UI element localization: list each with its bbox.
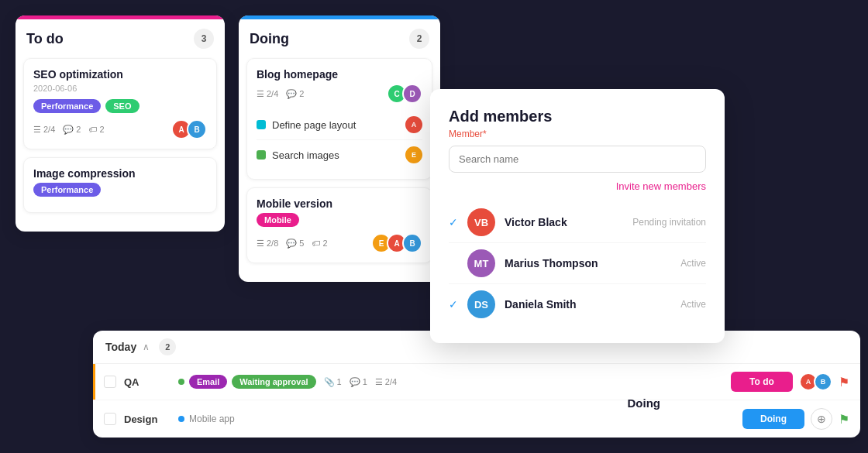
- doing-board-content: Blog homepage ☰ 2/4 💬 2 C D: [239, 55, 440, 282]
- tasks-stat-row: ☰ 2/4: [375, 377, 397, 387]
- member-1-name: Victor Black: [505, 216, 632, 228]
- tag-waiting[interactable]: Waiting approval: [232, 375, 315, 389]
- todo-board-content: SEO optimization 2020-06-06 Performance …: [16, 55, 225, 232]
- search-name-input[interactable]: [449, 146, 706, 173]
- member-1-status: Pending invitation: [632, 217, 706, 228]
- member-3-avatar: DS: [467, 290, 495, 318]
- row-avatar-1b: B: [814, 372, 832, 391]
- todo-card-1-date: 2020-06-06: [33, 84, 207, 93]
- row-dot-2: [178, 416, 184, 422]
- subtask-color-1: [257, 120, 266, 129]
- comments-value-3: 5: [299, 239, 304, 248]
- tasks-icon-3: ☰: [257, 239, 264, 249]
- tasks-icon-row: ☰: [375, 377, 383, 387]
- row-name-2: Design: [124, 414, 170, 425]
- add-member-button[interactable]: ⊕: [811, 408, 832, 430]
- tag-performance-2[interactable]: Performance: [33, 183, 101, 197]
- subtask-1-title: Define page layout: [272, 119, 356, 131]
- subtask-2-title: Search images: [272, 149, 339, 161]
- tag-seo-1[interactable]: SEO: [105, 99, 139, 113]
- tags-icon-3: 🏷: [312, 239, 320, 248]
- tag-email[interactable]: Email: [189, 375, 227, 389]
- today-label: Today: [105, 341, 136, 353]
- check-icon-3: ✓: [449, 298, 461, 311]
- tasks-value-row: 2/4: [385, 377, 397, 386]
- row-name-1: QA: [124, 376, 170, 388]
- comments-stat: 💬 2: [63, 125, 81, 135]
- doing-card-2[interactable]: Mobile version Mobile ☰ 2/8 💬 5 🏷: [246, 187, 432, 263]
- status-btn-1[interactable]: To do: [731, 372, 793, 392]
- todo-card-2-tags: Performance: [33, 183, 207, 197]
- tags-stat-3: 🏷 2: [312, 239, 327, 248]
- flag-icon-1[interactable]: ⚑: [839, 375, 849, 390]
- avatar-4: D: [402, 84, 422, 104]
- comments-value-2: 2: [299, 89, 304, 98]
- doing-card-2-avatars: E A B: [371, 233, 422, 253]
- tasks-value-3: 2/8: [267, 239, 278, 248]
- attachment-value: 1: [337, 377, 342, 386]
- todo-board-title: To do: [26, 31, 64, 47]
- member-2-name: Marius Thompson: [505, 257, 680, 269]
- comments-icon: 💬: [63, 125, 74, 135]
- member-item-1[interactable]: ✓ VB Victor Black Pending invitation: [449, 202, 706, 243]
- attachment-stat: 📎 1: [324, 377, 342, 387]
- row-checkbox-2[interactable]: [104, 413, 116, 425]
- check-icon-1: ✓: [449, 216, 461, 228]
- subtask-1[interactable]: Define page layout A: [257, 110, 422, 140]
- avatar-7: B: [402, 233, 422, 253]
- doing-bottom-label: Doing: [628, 396, 661, 410]
- tasks-icon-2: ☰: [257, 89, 264, 99]
- comment-stat-row: 💬 1: [350, 377, 367, 387]
- row-avatars-1: A B: [799, 372, 832, 391]
- todo-card-1-title: SEO optimization: [33, 68, 207, 81]
- subtask-2-avatar: E: [405, 146, 422, 163]
- tags-stat: 🏷 2: [88, 125, 104, 134]
- tasks-value-2: 2/4: [267, 89, 278, 98]
- doing-card-2-title: Mobile version: [257, 197, 422, 210]
- todo-card-1-tags: Performance SEO: [33, 99, 207, 113]
- subtask-2[interactable]: Search images E: [257, 140, 422, 170]
- list-count: 2: [159, 338, 176, 355]
- doing-board-title: Doing: [250, 31, 289, 47]
- comments-stat-2: 💬 2: [286, 89, 304, 99]
- chevron-up-icon: ∧: [143, 341, 150, 352]
- tasks-icon: ☰: [33, 125, 41, 135]
- doing-card-1-title: Blog homepage: [257, 68, 422, 81]
- todo-card-1[interactable]: SEO optimization 2020-06-06 Performance …: [23, 58, 217, 149]
- tasks-stat-2: ☰ 2/4: [257, 89, 278, 99]
- doing-card-1-stats: ☰ 2/4 💬 2: [257, 89, 304, 99]
- todo-card-1-avatars: A B: [171, 119, 207, 139]
- tags-value-3: 2: [322, 239, 327, 248]
- flag-icon-2[interactable]: ⚑: [839, 412, 849, 427]
- member-item-2[interactable]: ✓ MT Marius Thompson Active: [449, 243, 706, 284]
- list-row-1[interactable]: QA Email Waiting approval 📎 1 💬 1 ☰ 2/4 …: [93, 364, 860, 400]
- add-members-panel: Add members Member* Invite new members ✓…: [430, 89, 725, 343]
- todo-board: To do 3 SEO optimization 2020-06-06 Perf…: [16, 15, 225, 232]
- member-item-3[interactable]: ✓ DS Daniela Smith Active: [449, 284, 706, 324]
- list-view: Today ∧ 2 QA Email Waiting approval 📎 1 …: [93, 331, 860, 438]
- member-3-status: Active: [680, 299, 706, 310]
- row-dot-1: [178, 379, 184, 385]
- tag-mobile[interactable]: Mobile: [257, 213, 299, 227]
- member-2-status: Active: [680, 258, 706, 269]
- attachment-icon: 📎: [324, 377, 335, 387]
- todo-card-2[interactable]: Image compression Performance: [23, 157, 217, 213]
- doing-board: Doing 2 Blog homepage ☰ 2/4 💬 2 C: [239, 15, 440, 282]
- doing-card-2-tags: Mobile: [257, 213, 422, 227]
- tags-icon: 🏷: [88, 125, 97, 134]
- member-list: ✓ VB Victor Black Pending invitation ✓ M…: [449, 202, 706, 324]
- comments-stat-3: 💬 5: [286, 239, 304, 249]
- todo-card-1-stats: ☰ 2/4 💬 2 🏷 2: [33, 125, 105, 135]
- row-tags-1: Email Waiting approval: [189, 375, 316, 389]
- status-btn-2[interactable]: Doing: [742, 409, 804, 429]
- invite-link[interactable]: Invite new members: [449, 179, 706, 193]
- doing-card-1[interactable]: Blog homepage ☰ 2/4 💬 2 C D: [246, 58, 432, 180]
- tags-value: 2: [99, 125, 104, 134]
- list-row-2[interactable]: Design Mobile app Doing ⊕ ⚑: [93, 400, 860, 438]
- tag-performance-1[interactable]: Performance: [33, 99, 101, 113]
- tasks-value: 2/4: [43, 125, 55, 134]
- row-stats-1: 📎 1 💬 1 ☰ 2/4: [324, 377, 398, 387]
- panel-title: Add members: [449, 108, 706, 125]
- row-checkbox-1[interactable]: [104, 376, 116, 388]
- tasks-stat: ☰ 2/4: [33, 125, 55, 135]
